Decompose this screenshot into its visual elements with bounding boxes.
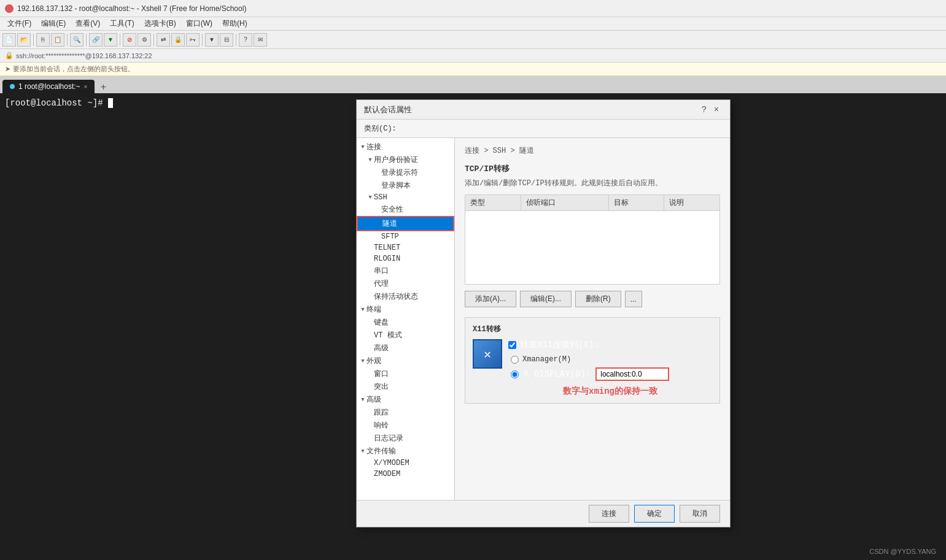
edit-btn[interactable]: 编辑(E)... [520, 291, 572, 307]
tree-item-ssh[interactable]: ▼SSH [357, 192, 454, 203]
more-btn[interactable]: ... [625, 291, 642, 307]
watermark: CSDN @YYDS.YANG [869, 548, 936, 555]
tree-item-terminal[interactable]: ▼终端 [357, 303, 454, 316]
tree-item-serial[interactable]: 串口 [357, 264, 454, 277]
tree-label-bell: 响铃 [374, 420, 389, 431]
tree-item-proxy[interactable]: 代理 [357, 277, 454, 290]
tree-label-connect: 连接 [366, 142, 381, 152]
tree-item-login-prompt[interactable]: 登录提示符 [357, 166, 454, 179]
toolbar-btn-open[interactable]: 📂 [17, 33, 31, 47]
tree-label-keyboard: 键盘 [374, 317, 389, 328]
x11-title: X11转移 [473, 324, 712, 334]
menu-item-文件(F)[interactable]: 文件(F) [2, 17, 36, 30]
tree-item-vt-mode[interactable]: VT 模式 [357, 329, 454, 342]
tree-item-filetransfer[interactable]: ▼文件传输 [357, 445, 454, 458]
tree-item-bell[interactable]: 响铃 [357, 419, 454, 432]
tree-item-sftp[interactable]: SFTP [357, 231, 454, 242]
tree-item-trace[interactable]: 跟踪 [357, 406, 454, 419]
toolbar: 📄 📂 ⎘ 📋 🔍 🔗 ▼ ⊘ ⚙ ⇄ 🔒 🗝 ▼ ⊟ ? ✉ [0, 31, 946, 49]
tcp-table: 类型 侦听端口 目标 说明 [465, 194, 720, 285]
toolbar-btn-lock[interactable]: 🔒 [171, 33, 185, 47]
tree-item-connect[interactable]: ▼连接 [357, 140, 454, 153]
notif-bar: ➤ 要添加当前会话，点击左侧的箭头按钮。 [0, 63, 946, 76]
toolbar-btn-split[interactable]: ⊟ [220, 33, 233, 47]
tree-item-security[interactable]: 安全性 [357, 203, 454, 216]
x11-display-row: X DISPLAY(D): [508, 367, 712, 381]
tree-item-keepalive[interactable]: 保持活动状态 [357, 290, 454, 303]
tree-item-rlogin[interactable]: RLOGIN [357, 253, 454, 264]
tree-label-highlight: 突出 [374, 382, 389, 392]
tab-1[interactable]: 1 root@localhost:~ × [2, 80, 95, 93]
cancel-btn[interactable]: 取消 [680, 505, 720, 523]
toolbar-btn-key[interactable]: 🗝 [186, 33, 200, 47]
add-btn[interactable]: 添加(A)... [465, 291, 516, 307]
dialog-body: ▼连接▼用户身份验证登录提示符登录脚本▼SSH安全性隧道SFTPTELNETRL… [357, 138, 730, 500]
xdisplay-label: X DISPLAY(D): [524, 369, 591, 379]
tree-label-vt-mode: VT 模式 [374, 330, 402, 340]
toolbar-btn-help[interactable]: ? [239, 33, 252, 47]
tree-item-zmodem[interactable]: ZMODEM [357, 469, 454, 480]
delete-btn[interactable]: 删除(R) [575, 291, 621, 307]
toolbar-sep-7 [236, 34, 236, 46]
tree-item-log[interactable]: 日志记录 [357, 432, 454, 445]
tree-item-advanced[interactable]: 高级 [357, 342, 454, 355]
dialog-help-btn[interactable]: ? [698, 104, 710, 116]
toolbar-btn-copy[interactable]: ⎘ [36, 33, 50, 47]
menu-item-选项卡(B)[interactable]: 选项卡(B) [139, 17, 181, 30]
menu-item-查看(V)[interactable]: 查看(V) [71, 17, 105, 30]
tree-label-filetransfer: 文件传输 [366, 446, 396, 456]
toolbar-btn-connect[interactable]: 🔗 [89, 33, 103, 47]
tree-item-user-auth[interactable]: ▼用户身份验证 [357, 153, 454, 166]
x11-inner: ✕ 转发X11连接到(X): Xmanager(M) [473, 339, 712, 397]
toolbar-sep-3 [86, 34, 87, 46]
menu-item-窗口(W)[interactable]: 窗口(W) [181, 17, 217, 30]
xdisplay-input[interactable] [595, 367, 669, 381]
tab-add-btn[interactable]: + [97, 81, 109, 93]
tree-item-appearance[interactable]: ▼外观 [357, 355, 454, 367]
xmanager-radio[interactable] [511, 356, 519, 364]
toolbar-btn-stop[interactable]: ⊘ [123, 33, 136, 47]
toolbar-sep-2 [67, 34, 68, 46]
toolbar-btn-settings[interactable]: ⚙ [138, 33, 151, 47]
toolbar-btn-transfer[interactable]: ⇄ [157, 33, 170, 47]
menu-item-编辑(E)[interactable]: 编辑(E) [36, 17, 71, 30]
toolbar-btn-paste[interactable]: 📋 [51, 33, 64, 47]
dialog-overlay: 默认会话属性 ? × 类别(C): ▼连接▼用户身份验证登录提示符登录脚本▼SS… [0, 93, 946, 560]
tcp-section-desc: 添加/编辑/删除TCP/IP转移规则。此规则连接后自动应用。 [465, 178, 720, 188]
menu-bar: 文件(F)编辑(E)查看(V)工具(T)选项卡(B)窗口(W)帮助(H) [0, 17, 946, 31]
tab-close-btn[interactable]: × [84, 83, 88, 90]
toolbar-btn-more[interactable]: ▼ [205, 33, 219, 47]
tree-item-xymodem[interactable]: X/YMODEM [357, 458, 454, 469]
tree-item-tunnel[interactable]: 隧道 [357, 216, 454, 231]
terminal-area: [root@localhost ~]# 默认会话属性 ? × 类别(C): ▼连… [0, 93, 946, 560]
xdisplay-radio[interactable] [511, 370, 519, 378]
tree-item-window[interactable]: 窗口 [357, 367, 454, 380]
tree-item-telnet[interactable]: TELNET [357, 242, 454, 253]
tree-label-log: 日志记录 [374, 433, 403, 443]
x11-forward-checkbox[interactable] [508, 341, 516, 349]
tree-item-advanced2[interactable]: ▼高级 [357, 393, 454, 406]
tcp-section-title: TCP/IP转移 [465, 163, 720, 174]
tree-label-login-prompt: 登录提示符 [381, 167, 418, 178]
menu-item-工具(T)[interactable]: 工具(T) [105, 17, 139, 30]
toolbar-btn-msg[interactable]: ✉ [254, 33, 267, 47]
tree-label-tunnel: 隧道 [382, 218, 397, 229]
col-type: 类型 [465, 195, 521, 211]
menu-item-帮助(H)[interactable]: 帮助(H) [217, 17, 252, 30]
toolbar-btn-new[interactable]: 📄 [2, 33, 16, 47]
tree-item-keyboard[interactable]: 键盘 [357, 316, 454, 329]
ok-btn[interactable]: 确定 [634, 505, 675, 523]
tree-label-terminal: 终端 [366, 304, 381, 315]
tree-label-xymodem: X/YMODEM [374, 459, 409, 467]
dialog-title-bar: 默认会话属性 ? × [357, 100, 730, 120]
dialog-close-btn[interactable]: × [710, 104, 723, 116]
toolbar-btn-find[interactable]: 🔍 [70, 33, 83, 47]
tree-label-trace: 跟踪 [374, 407, 389, 418]
tree-label-window: 窗口 [374, 369, 389, 379]
x11-options: 转发X11连接到(X): Xmanager(M) X DISPLAY(D): [508, 339, 712, 397]
tree-item-highlight[interactable]: 突出 [357, 380, 454, 393]
tab-label: 1 root@localhost:~ [18, 82, 80, 91]
toolbar-btn-session[interactable]: ▼ [104, 33, 117, 47]
connect-btn[interactable]: 连接 [589, 505, 629, 523]
tree-item-login-script[interactable]: 登录脚本 [357, 179, 454, 192]
